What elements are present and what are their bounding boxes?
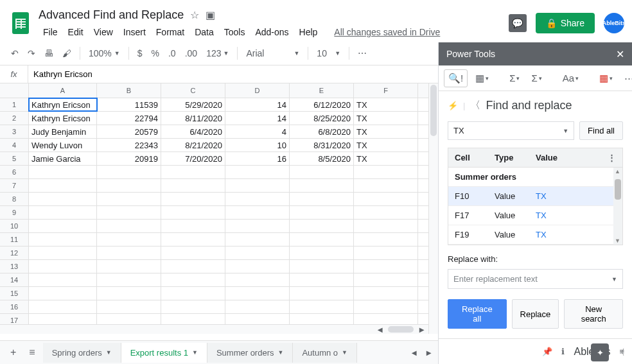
formula-input[interactable]	[28, 69, 438, 79]
col-header[interactable]: F	[354, 83, 418, 98]
select-all-corner[interactable]	[0, 83, 29, 98]
cell[interactable]: 14	[225, 112, 290, 125]
tab-scroll-left-icon[interactable]: ◄	[410, 348, 418, 358]
chevron-down-icon[interactable]: ▼	[192, 349, 198, 356]
row-header[interactable]: 12	[0, 247, 29, 259]
cell[interactable]	[225, 179, 290, 192]
replace-button[interactable]: Replace	[512, 299, 559, 329]
cell[interactable]	[354, 233, 418, 246]
cell[interactable]	[29, 233, 97, 246]
results-scrollbar[interactable]: ▲ ▼	[613, 168, 622, 245]
cell[interactable]	[29, 287, 97, 300]
cell[interactable]: 8/25/2020	[290, 112, 354, 125]
row-header[interactable]: 15	[0, 287, 29, 300]
cell[interactable]	[354, 193, 418, 205]
cell[interactable]	[354, 206, 418, 219]
cell[interactable]: Kathryn Ericson	[29, 112, 97, 125]
cell[interactable]	[290, 287, 354, 300]
format-percent[interactable]: %	[148, 46, 162, 61]
replace-input[interactable]: Enter replacement text▼	[448, 269, 623, 289]
cell[interactable]	[290, 166, 354, 178]
increase-decimal[interactable]: .00	[182, 46, 200, 61]
move-folder-icon[interactable]: ▣	[206, 9, 215, 21]
cell[interactable]	[161, 300, 225, 313]
cell[interactable]	[225, 166, 290, 178]
cell[interactable]	[290, 179, 354, 192]
font-size-select[interactable]: 10▼	[313, 46, 344, 61]
cell[interactable]: 10	[225, 139, 290, 152]
cell[interactable]	[290, 247, 354, 259]
font-select[interactable]: Arial▼	[243, 46, 303, 61]
cell[interactable]: 8/5/2020	[290, 152, 354, 165]
cell[interactable]: Jamie Garcia	[29, 152, 97, 165]
add-sheet-icon[interactable]: +	[5, 343, 21, 362]
cell[interactable]	[290, 220, 354, 232]
tab-scroll-right-icon[interactable]: ►	[425, 348, 433, 358]
zoom-select[interactable]: 100%▼	[85, 46, 123, 61]
cell[interactable]	[161, 193, 225, 205]
row-header[interactable]: 16	[0, 300, 29, 313]
cell[interactable]	[29, 166, 97, 178]
number-format-select[interactable]: 123▼	[203, 46, 232, 61]
close-icon[interactable]: ✕	[616, 48, 624, 60]
cell[interactable]	[354, 166, 418, 178]
tool-text-icon[interactable]: Aa▾	[559, 70, 583, 86]
cell[interactable]: 6/4/2020	[161, 125, 225, 138]
print-icon[interactable]: 🖶	[41, 46, 57, 61]
cell[interactable]	[161, 179, 225, 192]
cell[interactable]	[354, 220, 418, 232]
row-header[interactable]: 8	[0, 193, 29, 205]
cell[interactable]	[97, 166, 161, 178]
row-header[interactable]: 14	[0, 273, 29, 286]
cell[interactable]: 11539	[97, 98, 161, 111]
cell[interactable]	[29, 193, 97, 205]
cell[interactable]	[29, 260, 97, 273]
cell[interactable]	[29, 247, 97, 259]
cell[interactable]: 8/11/2020	[161, 112, 225, 125]
cell[interactable]	[354, 260, 418, 273]
cell[interactable]: 20919	[97, 152, 161, 165]
cell[interactable]: 6/12/2020	[290, 98, 354, 111]
cell[interactable]	[354, 273, 418, 286]
new-search-button[interactable]: New search	[564, 299, 623, 329]
cell[interactable]	[161, 260, 225, 273]
cell[interactable]	[97, 220, 161, 232]
document-title[interactable]: Advanced Find and Replace	[39, 8, 184, 22]
row-header[interactable]: 9	[0, 206, 29, 219]
fx-icon[interactable]: fx	[0, 65, 28, 83]
cell[interactable]	[161, 233, 225, 246]
collapse-sidebar-icon[interactable]: 〈	[613, 343, 628, 361]
cell[interactable]	[161, 287, 225, 300]
cell[interactable]	[290, 273, 354, 286]
cell[interactable]	[29, 220, 97, 232]
cell[interactable]: TX	[354, 152, 418, 165]
chevron-down-icon[interactable]: ▼	[277, 349, 283, 356]
paint-format-icon[interactable]: 🖌	[59, 46, 75, 61]
cell[interactable]	[97, 300, 161, 313]
cell[interactable]: 22343	[97, 139, 161, 152]
tool-table-icon[interactable]: ▦▾	[471, 70, 493, 87]
share-button[interactable]: 🔒 Share	[536, 13, 595, 33]
horizontal-scrollbar[interactable]: ◄►	[0, 324, 428, 334]
cell[interactable]	[97, 179, 161, 192]
cell[interactable]	[29, 300, 97, 313]
row-header[interactable]: 11	[0, 233, 29, 246]
search-value-select[interactable]: TX▼	[448, 121, 574, 140]
help-icon[interactable]: ℹ	[561, 347, 565, 356]
row-header[interactable]: 6	[0, 166, 29, 178]
redo-icon[interactable]: ↷	[24, 46, 39, 61]
menu-tools[interactable]: Tools	[220, 24, 250, 40]
cell[interactable]	[97, 233, 161, 246]
cell[interactable]	[161, 206, 225, 219]
col-value[interactable]: Value	[529, 148, 601, 167]
row-header[interactable]: 5	[0, 152, 29, 165]
col-cell[interactable]: Cell	[448, 148, 488, 167]
cell[interactable]: 14	[225, 98, 290, 111]
tool-sum-icon[interactable]: Σ▾	[505, 70, 523, 86]
result-row[interactable]: F19ValueTX	[448, 225, 613, 245]
row-header[interactable]: 10	[0, 220, 29, 232]
row-header[interactable]: 7	[0, 179, 29, 192]
cell[interactable]	[161, 220, 225, 232]
menu-data[interactable]: Data	[190, 24, 218, 40]
results-more-icon[interactable]: ⋮	[601, 148, 622, 167]
